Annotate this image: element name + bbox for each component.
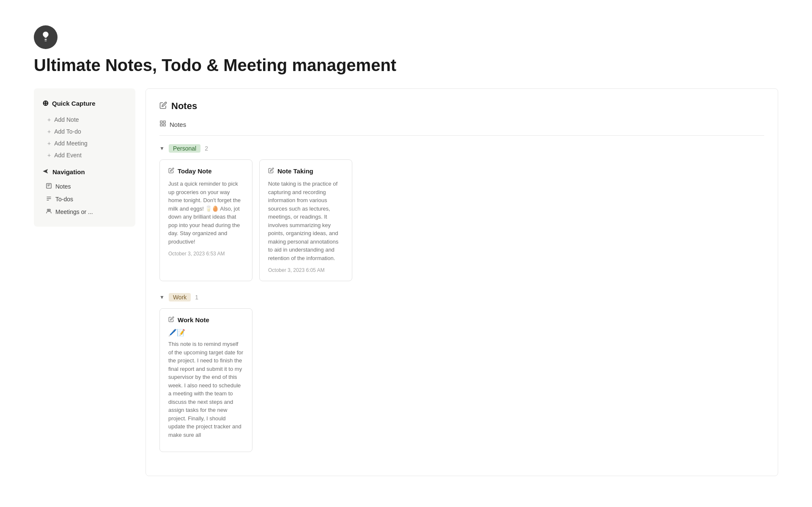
add-note-button[interactable]: + Add Note [39, 114, 130, 126]
work-note-title: Work Note [178, 316, 209, 323]
personal-tag: Personal [169, 144, 200, 153]
svg-rect-3 [160, 121, 162, 123]
add-event-plus-icon: + [47, 152, 51, 159]
notes-view-label: Notes [170, 121, 186, 128]
note-taking-date: October 3, 2023 6:05 AM [268, 267, 343, 273]
work-note-card[interactable]: Work Note 🖊️📝 This note is to remind mys… [159, 308, 252, 452]
add-meeting-plus-icon: + [47, 140, 51, 147]
note-taking-card[interactable]: Note Taking Note taking is the practice … [259, 159, 352, 281]
add-todo-label: Add To-do [54, 128, 81, 135]
note-taking-header: Note Taking [268, 167, 343, 175]
notes-nav-icon [46, 183, 52, 190]
navigation-label: Navigation [52, 168, 85, 175]
navigation-icon [42, 168, 49, 176]
sidebar: ⊕ Quick Capture + Add Note + Add To-do +… [34, 88, 135, 227]
today-note-title: Today Note [178, 167, 212, 175]
personal-chevron-icon: ▼ [159, 145, 165, 151]
section-edit-icon [159, 101, 167, 111]
notes-grid-icon [159, 120, 166, 129]
today-note-icon [168, 167, 174, 175]
personal-cards-grid: Today Note Just a quick reminder to pick… [159, 159, 764, 281]
notes-view-header: Notes [159, 120, 764, 136]
main-content: Notes Notes ▼ Personal 2 [145, 88, 778, 476]
work-note-icon [168, 316, 174, 323]
nav-meetings[interactable]: Meetings or ... [39, 206, 130, 218]
today-note-date: October 3, 2023 6:53 AM [168, 251, 244, 257]
today-note-card[interactable]: Today Note Just a quick reminder to pick… [159, 159, 252, 281]
add-todo-plus-icon: + [47, 128, 51, 135]
work-tag: Work [169, 293, 191, 301]
nav-meetings-label: Meetings or ... [55, 208, 93, 215]
note-taking-icon [268, 167, 274, 175]
work-note-body: This note is to remind myself of the upc… [168, 340, 244, 439]
section-header: Notes [159, 101, 764, 112]
add-note-plus-icon: + [47, 116, 51, 123]
nav-todos[interactable]: To-dos [39, 193, 130, 206]
quick-capture-icon: ⊕ [42, 99, 49, 108]
todos-nav-icon [46, 195, 52, 203]
today-note-body: Just a quick reminder to pick up groceri… [168, 180, 244, 246]
note-taking-body: Note taking is the practice of capturing… [268, 180, 343, 262]
work-count: 1 [195, 294, 198, 301]
add-event-label: Add Event [54, 152, 82, 159]
svg-point-2 [49, 209, 51, 211]
svg-rect-6 [163, 124, 165, 126]
add-note-label: Add Note [54, 116, 79, 123]
personal-count: 2 [205, 145, 208, 152]
add-meeting-label: Add Meeting [54, 140, 88, 147]
add-event-button[interactable]: + Add Event [39, 149, 130, 161]
personal-group-header[interactable]: ▼ Personal 2 [159, 144, 764, 153]
add-meeting-button[interactable]: + Add Meeting [39, 137, 130, 149]
section-title: Notes [171, 101, 197, 112]
quick-capture-label: Quick Capture [52, 100, 96, 107]
nav-notes[interactable]: Notes [39, 180, 130, 193]
today-note-header: Today Note [168, 167, 244, 175]
navigation-section: Navigation [39, 166, 130, 178]
note-taking-title: Note Taking [277, 167, 313, 175]
work-chevron-icon: ▼ [159, 294, 165, 300]
work-cards-grid: Work Note 🖊️📝 This note is to remind mys… [159, 308, 764, 452]
meetings-nav-icon [46, 208, 52, 216]
nav-todos-label: To-dos [55, 196, 73, 203]
work-note-emoji: 🖊️📝 [168, 329, 244, 337]
app-logo [34, 25, 58, 49]
work-group-header[interactable]: ▼ Work 1 [159, 293, 764, 301]
quick-capture-section: ⊕ Quick Capture [39, 97, 130, 110]
nav-notes-label: Notes [55, 183, 71, 190]
logo-icon [39, 30, 52, 44]
svg-rect-4 [163, 121, 165, 123]
work-note-header: Work Note [168, 316, 244, 323]
add-todo-button[interactable]: + Add To-do [39, 126, 130, 137]
app-title: Ultimate Notes, Todo & Meeting managemen… [34, 56, 778, 75]
svg-rect-5 [160, 124, 162, 126]
